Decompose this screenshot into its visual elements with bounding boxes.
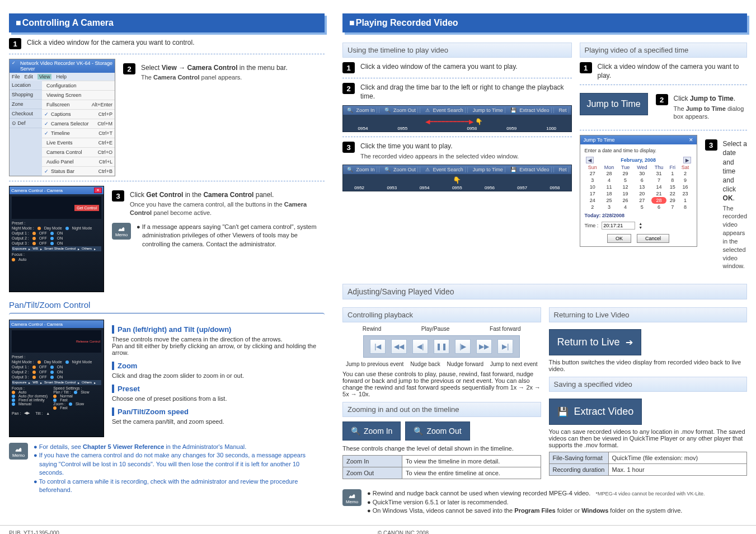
playback-panel: |◀ ◀◀ ◀| ❚❚ |▶ ▶▶ ▶| xyxy=(363,335,520,358)
camera-control-panel-mock-2: Camera Control - Camera Release Control … xyxy=(9,320,104,437)
close-icon: ✕ xyxy=(94,188,102,193)
extract-table: File-Saving formatQuickTime (file extens… xyxy=(549,452,747,476)
memo-icon: Memo xyxy=(342,489,361,506)
speed-text: Set the camera pan/tilt, and zoom speed. xyxy=(112,418,325,425)
left-step1-text: Click a video window for the camera you … xyxy=(27,38,194,47)
arrow-right-icon: ➔ xyxy=(626,337,633,348)
jump-to-time-dialog: Jump To Time✕ Enter a date and time to d… xyxy=(580,135,697,247)
timeline-mock-1: 🔍 Zoom In 🔍 Zoom Out ⚠ Event Search Jump… xyxy=(342,105,572,132)
heading-controlling: Controlling A Camera xyxy=(9,13,325,32)
step-badge-1: 1 xyxy=(342,62,355,73)
zoom-in-button[interactable]: 🔍Zoom In xyxy=(342,421,401,441)
sub-saving: Saving a specified video xyxy=(549,377,747,392)
jump-next-event-button[interactable]: ▶| xyxy=(497,339,513,354)
return-desc: This button switches the video display f… xyxy=(549,359,747,372)
prev-month-button[interactable]: ◀ xyxy=(586,157,594,163)
speed-heading: Pan/Tilt/Zoom speed xyxy=(112,407,325,416)
play-pause-button[interactable]: ❚❚ xyxy=(434,339,449,354)
return-to-live-button[interactable]: Return to Live➔ xyxy=(549,329,641,355)
camera-control-panel-mock-1: Camera Control - Camera✕ Get Control Pre… xyxy=(9,186,104,292)
heading-playing: Playing Recorded Video xyxy=(342,13,747,32)
step-badge-1: 1 xyxy=(9,38,21,49)
ptz-heading: Pan/Tilt/Zoom Control xyxy=(9,300,325,310)
step-badge-2: 2 xyxy=(342,83,355,94)
step-badge-2: 2 xyxy=(656,94,668,105)
playback-labels-bottom: Jump to previous event Nudge back Nudge … xyxy=(342,361,541,367)
extract-video-button[interactable]: 💾Extract Video xyxy=(549,399,642,425)
step-badge-1: 1 xyxy=(580,62,592,73)
sub-return: Returning to Live Video xyxy=(549,307,747,322)
pan-heading: Pan (left/right) and Tilt (up/down) xyxy=(112,325,325,334)
step-badge-3: 3 xyxy=(342,142,355,153)
zoom-text: Click and drag the zoom slider to zoom i… xyxy=(112,372,325,379)
copyright: © CANON INC.2008 xyxy=(378,530,429,534)
next-month-button[interactable]: ▶ xyxy=(683,157,691,163)
left-step3-text: Click Get Control in the Camera Control … xyxy=(130,190,325,217)
preset-heading: Preset xyxy=(112,385,325,393)
memo-icon: Memo xyxy=(112,223,131,240)
sub-adjusting: Adjusting/Saving Played Video xyxy=(342,284,747,299)
zoom-desc: These controls change the level of detai… xyxy=(342,445,541,452)
memo-text: Rewind and nudge back cannot be used whe… xyxy=(367,489,705,515)
step-badge-3: 3 xyxy=(112,190,124,202)
playback-labels-top: Rewind Play/Pause Fast forward xyxy=(342,326,541,332)
memo-text: If a message appears saying "Can't get c… xyxy=(137,223,325,249)
rewind-button[interactable]: ◀◀ xyxy=(391,339,407,354)
jump-prev-event-button[interactable]: |◀ xyxy=(370,339,386,354)
sub-zoom: Zooming in and out on the timeline xyxy=(342,402,541,417)
ok-button[interactable]: OK xyxy=(607,234,631,243)
time-input[interactable] xyxy=(602,222,635,229)
zoom-out-icon: 🔍 xyxy=(414,427,423,435)
r-a-step2: Click and drag the time bar to the left … xyxy=(360,83,572,101)
nudge-back-button[interactable]: ◀| xyxy=(412,339,428,354)
zoom-table: Zoom InTo view the timeline in more deta… xyxy=(342,455,541,479)
pan-text2: Pan and tilt either by briefly clicking … xyxy=(112,343,325,356)
sub-using-timeline: Using the timeline to play video xyxy=(342,43,572,58)
timeline-mock-2: 🔍 Zoom In 🔍 Zoom Out ⚠ Event Search Jump… xyxy=(342,165,572,191)
step-badge-3: 3 xyxy=(705,139,717,151)
sub-controlling: Controlling playback xyxy=(342,307,541,322)
cancel-button[interactable]: Cancel xyxy=(637,234,669,243)
nudge-fwd-button[interactable]: |▶ xyxy=(455,339,471,354)
zoom-in-icon: 🔍 xyxy=(351,427,360,435)
fast-fwd-button[interactable]: ▶▶ xyxy=(476,339,492,354)
r-b-step3: Select a date and time and click OK. The… xyxy=(723,139,747,270)
pan-text: These controls move the camera in the di… xyxy=(112,336,325,343)
pub-number: PUB. YT1-1395-000 xyxy=(9,530,59,534)
memo-text: For details, see Chapter 5 Viewer Refere… xyxy=(34,443,325,494)
r-a-step3: Click the time you want to play. The rec… xyxy=(360,142,519,160)
preset-text: Choose one of preset positions from a li… xyxy=(112,395,325,402)
step-badge-2: 2 xyxy=(123,63,135,74)
left-step2-text: Select View → Camera Control in the menu… xyxy=(141,63,288,82)
zoom-heading: Zoom xyxy=(112,362,325,370)
zoom-out-button[interactable]: 🔍Zoom Out xyxy=(405,421,469,441)
r-a-step1: Click a video window of the camera you w… xyxy=(360,62,518,71)
view-menu-mock: ✓ Network Video Recorder VK-64 - Storage… xyxy=(9,59,115,176)
memo-icon: Memo xyxy=(9,443,28,460)
save-icon: 💾 xyxy=(557,406,569,417)
close-icon[interactable]: ✕ xyxy=(689,137,693,143)
jump-to-time-button[interactable]: Jump to Time xyxy=(580,93,648,115)
r-b-step1: Click a video window of the camera you w… xyxy=(598,62,747,80)
calendar-grid[interactable]: Sun Mon Tue Wed Thu Fri Sat 272829303112… xyxy=(585,165,692,210)
r-b-step2: Click Jump to Time. The Jump to Time dia… xyxy=(674,94,747,121)
extract-desc: You can save recorded videos to any loca… xyxy=(549,428,747,448)
pb-desc: You can use these controls to play, paus… xyxy=(342,371,541,397)
sub-specified-time: Playing video of a specified time xyxy=(580,43,747,58)
